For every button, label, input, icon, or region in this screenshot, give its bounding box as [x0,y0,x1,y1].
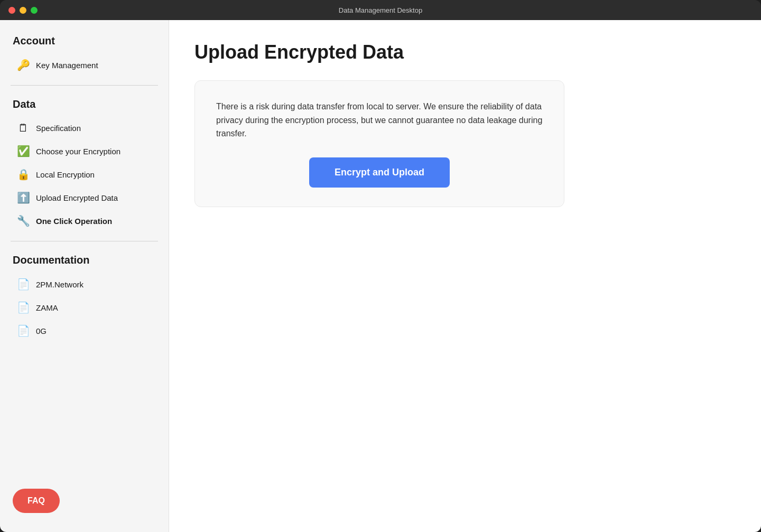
maximize-button[interactable] [31,7,38,14]
sidebar-item-0g[interactable]: 📄 0G [4,319,164,342]
one-click-operation-icon: 🔧 [17,214,30,227]
divider-account-data [11,85,158,86]
sidebar-item-label: One Click Operation [36,217,112,226]
app-window: Data Management Desktop Account 🔑 Key Ma… [0,0,761,532]
sidebar-item-zama[interactable]: 📄 ZAMA [4,296,164,319]
documentation-section-title: Documentation [0,250,169,270]
sidebar-item-label: Local Encryption [36,170,95,179]
window-title: Data Management Desktop [339,6,422,14]
sidebar-item-label: 2PM.Network [36,280,83,289]
sidebar-item-label: Choose your Encryption [36,147,120,156]
key-icon: 🔑 [17,59,30,71]
info-card-text: There is a risk during data transfer fro… [216,100,543,141]
traffic-lights [8,7,38,14]
0g-icon: 📄 [17,324,30,337]
2pm-network-icon: 📄 [17,278,30,291]
data-section-title: Data [0,94,169,115]
sidebar-item-2pm-network[interactable]: 📄 2PM.Network [4,273,164,296]
sidebar-item-label: Upload Encrypted Data [36,193,118,202]
local-encryption-icon: 🔒 [17,168,30,181]
sidebar-item-local-encryption[interactable]: 🔒 Local Encryption [4,163,164,186]
account-section-title: Account [0,31,169,51]
sidebar-item-key-management[interactable]: 🔑 Key Management [4,53,164,77]
sidebar-item-specification[interactable]: 🗒 Specification [4,117,164,139]
upload-encrypted-data-icon: ⬆️ [17,191,30,204]
sidebar-item-choose-encryption[interactable]: ✅ Choose your Encryption [4,139,164,163]
close-button[interactable] [8,7,15,14]
sidebar-item-label: ZAMA [36,303,58,312]
choose-encryption-icon: ✅ [17,145,30,157]
faq-button[interactable]: FAQ [13,489,60,513]
content-area: Upload Encrypted Data There is a risk du… [169,20,761,532]
minimize-button[interactable] [20,7,26,14]
info-card: There is a risk during data transfer fro… [194,80,564,207]
sidebar-item-label: Specification [36,124,81,133]
encrypt-upload-button[interactable]: Encrypt and Upload [309,157,450,188]
sidebar: Account 🔑 Key Management Data 🗒 Specific… [0,20,169,532]
specification-icon: 🗒 [17,122,30,134]
sidebar-item-one-click-operation[interactable]: 🔧 One Click Operation [4,209,164,232]
divider-data-documentation [11,241,158,241]
sidebar-item-label: Key Management [36,61,98,70]
title-bar: Data Management Desktop [0,0,761,20]
zama-icon: 📄 [17,301,30,314]
sidebar-item-label: 0G [36,326,47,335]
faq-btn-container: FAQ [0,480,169,521]
main-layout: Account 🔑 Key Management Data 🗒 Specific… [0,20,761,532]
sidebar-item-upload-encrypted-data[interactable]: ⬆️ Upload Encrypted Data [4,186,164,209]
page-title: Upload Encrypted Data [194,41,736,63]
